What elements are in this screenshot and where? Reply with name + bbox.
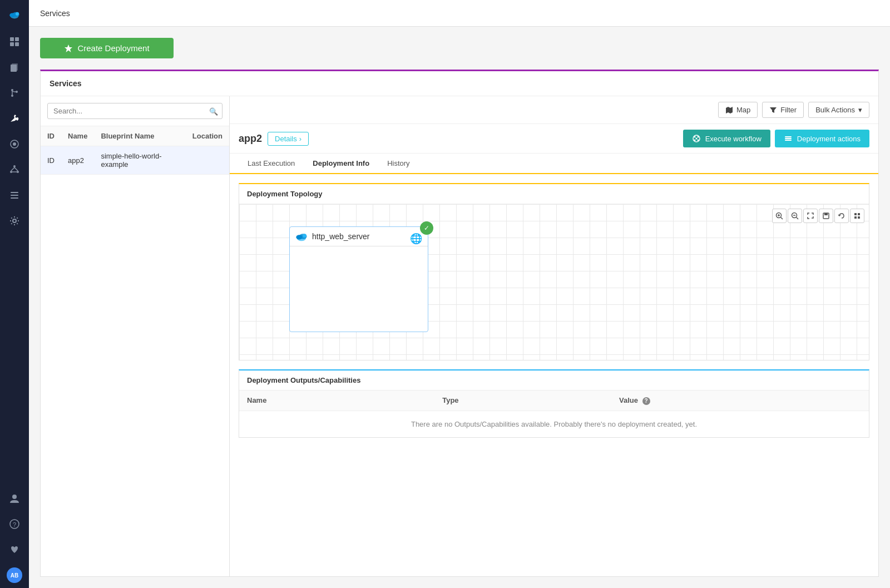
services-panel: Services 🔍 ID xyxy=(40,70,879,577)
col-output-type: Type xyxy=(434,391,611,411)
col-blueprint: Blueprint Name xyxy=(94,126,185,146)
tab-history[interactable]: History xyxy=(378,154,418,174)
logo[interactable] xyxy=(0,0,29,29)
sidebar-item-gear[interactable] xyxy=(0,208,29,234)
sidebar-item-copies[interactable] xyxy=(0,55,29,80)
svg-point-11 xyxy=(11,95,13,97)
tab-history-label: History xyxy=(387,159,409,167)
page-area: Create Deployment Services 🔍 xyxy=(29,27,890,588)
cell-id: ID xyxy=(41,146,61,175)
fit-button[interactable] xyxy=(803,209,818,223)
svg-point-25 xyxy=(13,219,16,223)
svg-point-35 xyxy=(695,138,697,140)
svg-point-34 xyxy=(697,140,699,141)
svg-point-33 xyxy=(694,140,695,141)
sidebar-item-tools[interactable] xyxy=(0,106,29,131)
app-header: app2 Details › xyxy=(230,124,878,154)
sidebar-item-help[interactable]: ? xyxy=(0,511,29,537)
svg-rect-47 xyxy=(824,213,828,215)
col-location: Location xyxy=(186,126,229,146)
svg-rect-24 xyxy=(11,197,18,199)
outputs-empty-row: There are no Outputs/Capabilities availa… xyxy=(239,411,869,437)
detail-content: Deployment Topology xyxy=(230,174,878,576)
top-bar: Services xyxy=(29,0,890,27)
services-list-panel: 🔍 ID Name Blueprint Name Location xyxy=(41,96,230,576)
create-deployment-label: Create Deployment xyxy=(77,43,149,53)
services-panel-title: Services xyxy=(41,71,878,96)
search-icon: 🔍 xyxy=(209,107,218,115)
map-button[interactable]: Map xyxy=(718,102,758,118)
action-buttons: Execute workflow Deployment actions xyxy=(683,130,869,147)
svg-rect-48 xyxy=(854,213,857,215)
svg-line-20 xyxy=(14,167,18,171)
deployment-actions-label: Deployment actions xyxy=(797,135,861,143)
node-header: http_web_server 🌐 xyxy=(290,227,428,246)
undo-button[interactable] xyxy=(834,209,849,223)
table-row[interactable]: ID app2 simple-hello-world-example xyxy=(41,146,229,175)
svg-rect-23 xyxy=(11,195,18,196)
outputs-section: Deployment Outputs/Capabilities Name Typ… xyxy=(239,369,869,438)
tab-last-execution-label: Last Execution xyxy=(248,159,295,167)
svg-rect-7 xyxy=(15,42,19,46)
details-button[interactable]: Details › xyxy=(268,132,309,146)
col-id: ID xyxy=(41,126,61,146)
execute-workflow-label: Execute workflow xyxy=(705,135,762,143)
topology-controls xyxy=(772,209,864,223)
col-name: Name xyxy=(61,126,94,146)
svg-point-16 xyxy=(13,165,16,167)
save-layout-button[interactable] xyxy=(819,209,833,223)
node-title: http_web_server xyxy=(312,232,370,241)
bulk-actions-button[interactable]: Bulk Actions ▾ xyxy=(808,102,869,118)
topology-canvas: ✓ http_web_server xyxy=(239,204,869,360)
svg-marker-29 xyxy=(726,107,733,113)
topology-title: Deployment Topology xyxy=(239,184,869,204)
svg-rect-37 xyxy=(785,138,792,139)
value-help-icon: ? xyxy=(642,397,650,405)
sidebar-item-user[interactable] xyxy=(0,486,29,511)
tab-last-execution[interactable]: Last Execution xyxy=(239,154,304,174)
services-toolbar: 🔍 xyxy=(41,96,229,126)
deployment-actions-button[interactable]: Deployment actions xyxy=(775,130,869,147)
sidebar-item-settings-circle[interactable] xyxy=(0,131,29,157)
svg-rect-49 xyxy=(858,213,860,215)
layout-button[interactable] xyxy=(850,209,864,223)
zoom-out-button[interactable] xyxy=(788,209,802,223)
create-deployment-button[interactable]: Create Deployment xyxy=(40,38,174,58)
svg-point-15 xyxy=(13,142,16,146)
svg-text:?: ? xyxy=(13,521,16,528)
node-cloud-icon xyxy=(295,231,308,241)
svg-rect-38 xyxy=(785,140,792,141)
details-chevron-icon: › xyxy=(299,135,301,143)
svg-rect-50 xyxy=(854,216,857,219)
col-output-name: Name xyxy=(239,391,434,411)
svg-point-55 xyxy=(303,234,306,238)
outputs-empty-message: There are no Outputs/Capabilities availa… xyxy=(411,420,697,428)
node-card[interactable]: ✓ http_web_server xyxy=(289,226,428,332)
avatar[interactable]: AB xyxy=(0,562,29,588)
execute-workflow-button[interactable]: Execute workflow xyxy=(683,130,770,147)
sidebar-item-dashboard[interactable] xyxy=(0,29,29,55)
svg-point-3 xyxy=(16,12,19,16)
sidebar-item-nodes[interactable] xyxy=(0,157,29,182)
filter-button[interactable]: Filter xyxy=(762,102,804,118)
sidebar: ? AB xyxy=(0,0,29,588)
detail-panel: Map Filter Bulk Actions ▾ xyxy=(230,96,878,576)
svg-rect-22 xyxy=(11,192,18,193)
avatar-initials: AB xyxy=(7,567,22,583)
svg-line-44 xyxy=(797,218,799,220)
services-table: ID Name Blueprint Name Location ID app2 … xyxy=(41,126,229,175)
svg-rect-5 xyxy=(15,37,19,41)
search-input[interactable] xyxy=(47,103,222,119)
sidebar-item-list[interactable] xyxy=(0,182,29,208)
svg-point-31 xyxy=(694,136,695,138)
col-output-value-label: Value xyxy=(619,396,638,404)
search-input-wrap: 🔍 xyxy=(47,103,222,119)
sidebar-item-git[interactable] xyxy=(0,80,29,106)
sidebar-item-heart[interactable] xyxy=(0,537,29,562)
tab-deployment-info[interactable]: Deployment Info xyxy=(304,154,378,174)
svg-rect-36 xyxy=(785,136,792,137)
zoom-in-button[interactable] xyxy=(772,209,787,223)
outputs-table: Name Type Value ? xyxy=(239,391,869,437)
sidebar-bottom: ? AB xyxy=(0,486,29,588)
svg-point-32 xyxy=(697,136,699,138)
